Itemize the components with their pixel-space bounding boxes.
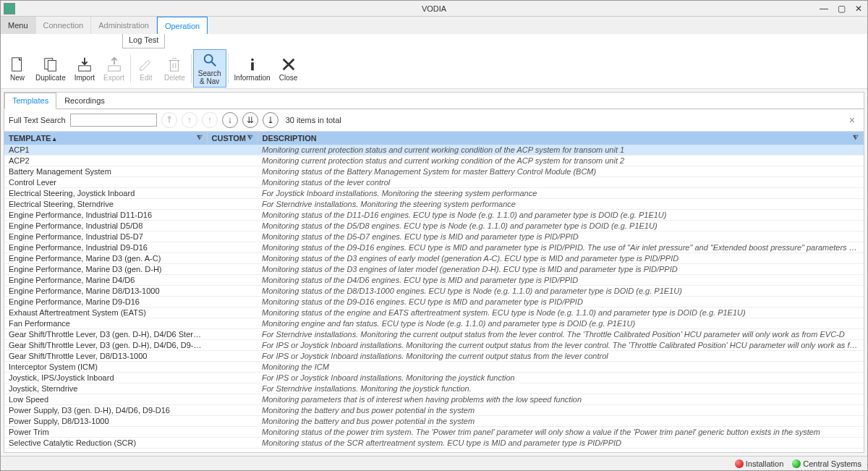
tool-search-nav[interactable]: Search & Nav [193, 49, 226, 88]
search-input[interactable] [70, 114, 157, 127]
cell-custom [207, 383, 258, 394]
table-row[interactable]: Engine Performance, Marine D3 (gen. D-H)… [4, 264, 864, 275]
svg-rect-4 [108, 65, 120, 70]
cell-custom [207, 307, 258, 318]
menu-operation[interactable]: Operation [157, 17, 208, 34]
cell-custom [207, 340, 258, 351]
menu-connection[interactable]: Connection [36, 17, 92, 34]
cell-description: For Sterndrive installations. Monitoring… [258, 383, 864, 394]
table-row[interactable]: Power Supply, D8/D13-1000Monitoring the … [4, 416, 864, 427]
table-row[interactable]: Low SpeedMonitoring parameters that is o… [4, 394, 864, 405]
table-row[interactable]: Battery Management SystemMonitoring stat… [4, 166, 864, 177]
cell-template: Selective Catalytic Reduction (SCR) [4, 438, 207, 449]
tab-recordings[interactable]: Recordings [56, 93, 113, 109]
cell-template: Power Supply, D8/D13-1000 [4, 416, 207, 427]
table-row[interactable]: Engine Performance, Industrial D11-D16Mo… [4, 210, 864, 221]
table-row[interactable]: Control LeverMonitoring status of the le… [4, 177, 864, 188]
cell-custom [207, 210, 258, 221]
cell-description: Monitoring the ICM [258, 362, 864, 373]
cell-description: Monitoring status of the D11-D16 engines… [258, 210, 864, 221]
table-row[interactable]: Gear Shift/Throttle Lever, D3 (gen. D-H)… [4, 329, 864, 340]
minimize-button[interactable]: — [815, 2, 833, 15]
tool-information[interactable]: Information [230, 54, 275, 83]
cell-description: Monitoring status of the D8/D13-1000 eng… [258, 286, 864, 297]
cell-description: Monitoring status of the D9-D16 engines.… [258, 242, 864, 253]
svg-rect-2 [48, 60, 56, 71]
close-icon [280, 56, 297, 73]
tab-templates[interactable]: Templates [4, 93, 56, 109]
cell-description: Monitoring status of the power trim syst… [258, 427, 864, 438]
nav-down-button[interactable]: ↓ [222, 112, 238, 128]
table-row[interactable]: Gear Shift/Throttle Lever, D3 (gen. D-H)… [4, 340, 864, 351]
menu-administration[interactable]: Administration [91, 17, 157, 34]
cell-custom [207, 297, 258, 307]
filter-icon[interactable]: ⧨ [247, 134, 253, 142]
table-row[interactable]: Engine Performance, Marine D9-D16Monitor… [4, 297, 864, 307]
submenubar: Log Test [1, 34, 867, 48]
tool-close[interactable]: Close [275, 54, 302, 83]
cell-template: Control Lever [4, 177, 207, 188]
svg-point-6 [204, 55, 212, 63]
cell-description: Monitoring status of the Battery Managem… [258, 166, 864, 177]
cell-template: Interceptor System (ICM) [4, 362, 207, 373]
table-row[interactable]: Fan PerformanceMonitoring engine and fan… [4, 318, 864, 329]
table-row[interactable]: Exhaust Aftertreatment System (EATS)Moni… [4, 307, 864, 318]
item-count: 30 items in total [286, 116, 341, 124]
table-row[interactable]: Interceptor System (ICM)Monitoring the I… [4, 362, 864, 373]
cell-template: Power Supply, D3 (gen. D-H), D4/D6, D9-D… [4, 405, 207, 416]
menu-menu[interactable]: Menu [1, 17, 36, 34]
titlebar: VODIA — ▢ ✕ [1, 1, 867, 17]
app-title: VODIA [422, 4, 446, 13]
cell-custom [207, 145, 258, 156]
table-row[interactable]: Electrical Steering, SterndriveFor Stern… [4, 199, 864, 210]
col-template[interactable]: TEMPLATE⧨ [4, 132, 207, 145]
table-row[interactable]: Power Supply, D3 (gen. D-H), D4/D6, D9-D… [4, 405, 864, 416]
window-close-button[interactable]: ✕ [850, 2, 867, 15]
filter-icon[interactable]: ⧨ [853, 134, 859, 142]
cell-custom [207, 177, 258, 188]
cell-custom [207, 329, 258, 340]
cell-template: Engine Performance, Marine D8/D13-1000 [4, 286, 207, 297]
table-row[interactable]: Gear Shift/Throttle Lever, D8/D13-1000Fo… [4, 351, 864, 362]
status-central[interactable]: Central Systems [792, 459, 861, 468]
filter-icon[interactable]: ⧨ [197, 134, 203, 142]
cell-template: Exhaust Aftertreatment System (EATS) [4, 307, 207, 318]
cell-custom [207, 416, 258, 427]
table-row[interactable]: Engine Performance, Industrial D9-D16Mon… [4, 242, 864, 253]
table-row[interactable]: ACP1Monitoring current protection status… [4, 145, 864, 156]
table-row[interactable]: Joystick, IPS/Joystick InboardFor IPS or… [4, 373, 864, 383]
cell-description: For Sterndrive installations. Monitoring… [258, 329, 864, 340]
status-installation[interactable]: Installation [735, 459, 784, 468]
tool-duplicate[interactable]: Duplicate [31, 54, 70, 83]
cell-template: Joystick, IPS/Joystick Inboard [4, 373, 207, 383]
cell-template: ACP1 [4, 145, 207, 156]
nav-next-button[interactable]: ⇊ [242, 112, 258, 128]
table-row[interactable]: Selective Catalytic Reduction (SCR)Monit… [4, 438, 864, 449]
table-row[interactable]: Power TrimMonitoring status of the power… [4, 427, 864, 438]
maximize-button[interactable]: ▢ [833, 2, 850, 15]
templates-table-wrap[interactable]: TEMPLATE⧨ CUSTOM⧨ DESCRIPTION⧨ ACP1Monit… [4, 132, 864, 452]
table-row[interactable]: Joystick, SterndriveFor Sterndrive insta… [4, 383, 864, 394]
table-row[interactable]: Engine Performance, Marine D4/D6Monitori… [4, 275, 864, 286]
cell-custom [207, 199, 258, 210]
cell-description: Monitoring current protection status and… [258, 145, 864, 156]
table-row[interactable]: Engine Performance, Marine D8/D13-1000Mo… [4, 286, 864, 297]
table-row[interactable]: Engine Performance, Marine D3 (gen. A-C)… [4, 253, 864, 264]
content-panel: Templates Recordings Full Text Search ⤒ … [4, 92, 864, 453]
cell-custom [207, 156, 258, 166]
close-panel-button[interactable]: × [845, 114, 859, 126]
table-row[interactable]: Electrical Steering, Joystick InboardFor… [4, 188, 864, 199]
submenu-log-test[interactable]: Log Test [122, 34, 165, 48]
table-row[interactable]: Engine Performance, Industrial D5/D8Moni… [4, 221, 864, 232]
table-row[interactable]: Engine Performance, Industrial D5-D7Moni… [4, 232, 864, 242]
nav-last-button[interactable]: ⤓ [263, 112, 278, 128]
svg-rect-8 [251, 62, 254, 70]
cell-template: Electrical Steering, Joystick Inboard [4, 188, 207, 199]
tool-import[interactable]: Import [70, 54, 99, 83]
col-custom[interactable]: CUSTOM⧨ [207, 132, 258, 145]
col-description[interactable]: DESCRIPTION⧨ [258, 132, 864, 145]
cell-custom [207, 351, 258, 362]
delete-icon [166, 56, 183, 73]
tool-new[interactable]: New [4, 54, 31, 83]
table-row[interactable]: ACP2Monitoring current protection status… [4, 156, 864, 166]
